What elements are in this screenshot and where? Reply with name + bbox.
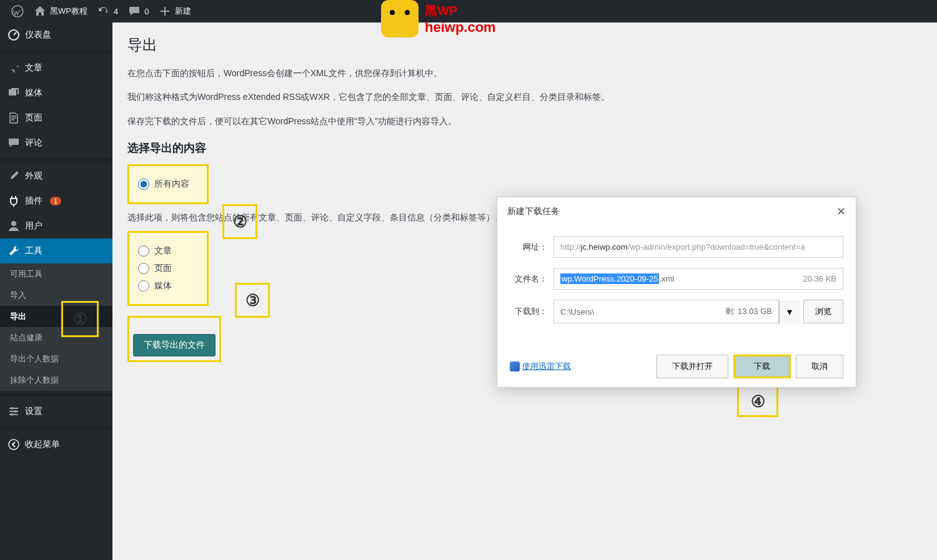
settings-icon xyxy=(7,405,20,418)
opt-media[interactable]: 媒体 xyxy=(138,280,198,292)
marker-4: ④ xyxy=(737,386,778,417)
comment-icon xyxy=(7,137,20,149)
cancel-button[interactable]: 取消 xyxy=(796,355,843,378)
comments-link[interactable]: 0 xyxy=(123,5,154,17)
xunlei-icon xyxy=(510,361,520,371)
brush-icon xyxy=(7,170,20,182)
media-icon xyxy=(7,87,20,99)
dest-label: 下载到： xyxy=(510,306,547,317)
menu-plugins[interactable]: 插件1 xyxy=(0,189,112,214)
radio-all[interactable] xyxy=(138,179,149,190)
marker-1: ① xyxy=(61,301,99,337)
updates-link[interactable]: 4 xyxy=(92,5,123,17)
watermark-line2: heiwp.com xyxy=(425,19,496,36)
menu-settings[interactable]: 设置 xyxy=(0,399,112,424)
opt-pages[interactable]: 页面 xyxy=(138,263,198,274)
field-url: 网址： http://jc.heiwp.com/wp-admin/export.… xyxy=(510,236,843,258)
pin-icon xyxy=(7,62,20,74)
svg-point-6 xyxy=(11,407,13,410)
download-button[interactable]: 下载 xyxy=(733,355,791,378)
opt-all[interactable]: 所有内容 xyxy=(138,179,198,190)
plugin-icon xyxy=(7,195,20,207)
marker-3: ③ xyxy=(235,283,270,318)
update-icon xyxy=(97,5,110,17)
menu-collapse[interactable]: 收起菜单 xyxy=(0,432,112,457)
page-title: 导出 xyxy=(127,35,922,55)
menu-posts[interactable]: 文章 xyxy=(0,56,112,81)
section-heading: 选择导出的内容 xyxy=(127,140,922,155)
plugins-badge: 1 xyxy=(50,197,61,205)
svg-point-2 xyxy=(11,221,16,226)
export-options: 所有内容 xyxy=(127,164,209,204)
intro-p2: 我们称这种格式为WordPress eXtended RSS或WXR，它包含了您… xyxy=(127,90,922,104)
wp-logo[interactable] xyxy=(6,5,29,17)
dest-dropdown[interactable]: ▾ xyxy=(779,300,800,323)
browse-button[interactable]: 浏览 xyxy=(803,300,843,323)
user-icon xyxy=(7,220,20,232)
svg-point-8 xyxy=(11,413,13,416)
free-space: 剩: 13.03 GB xyxy=(725,306,772,317)
radio-posts[interactable] xyxy=(138,245,149,257)
svg-point-7 xyxy=(14,410,17,413)
export-options-2: 文章 页面 媒体 xyxy=(127,231,209,306)
dialog-title: 新建下载任务 xyxy=(507,206,560,217)
menu-media[interactable]: 媒体 xyxy=(0,81,112,106)
name-label: 文件名： xyxy=(510,273,547,285)
dest-select[interactable]: C:\Users\剩: 13.03 GB xyxy=(553,300,779,323)
menu-comments[interactable]: 评论 xyxy=(0,130,112,155)
sub-export-personal[interactable]: 导出个人数据 xyxy=(0,348,112,370)
comment-icon xyxy=(128,5,141,17)
updates-count: 4 xyxy=(114,7,118,16)
menu-appearance[interactable]: 外观 xyxy=(0,164,112,189)
url-label: 网址： xyxy=(510,242,547,253)
comments-count: 0 xyxy=(144,7,149,16)
download-dialog: 新建下载任务 ✕ 网址： http://jc.heiwp.com/wp-admi… xyxy=(497,197,856,388)
file-size: 20.36 KB xyxy=(803,274,837,283)
home-icon xyxy=(34,5,46,17)
marker-2: ② xyxy=(222,204,257,239)
new-label: 新建 xyxy=(175,6,191,17)
page-icon xyxy=(7,112,20,124)
opt-posts[interactable]: 文章 xyxy=(138,245,198,257)
url-input[interactable]: http://jc.heiwp.com/wp-admin/export.php?… xyxy=(553,236,843,258)
download-wrap: 下载导出的文件 xyxy=(127,316,221,362)
menu-tools[interactable]: 工具 xyxy=(0,238,112,263)
xunlei-link[interactable]: 使用迅雷下载 xyxy=(510,361,571,372)
plus-icon xyxy=(159,5,171,17)
wordpress-icon xyxy=(11,5,24,17)
dialog-header: 新建下载任务 ✕ xyxy=(497,197,856,226)
admin-sidebar: 仪表盘 文章 媒体 页面 评论 外观 插件1 用户 工具 可用工具 导入 导出 … xyxy=(0,22,112,560)
menu-pages[interactable]: 页面 xyxy=(0,106,112,130)
radio-pages[interactable] xyxy=(138,263,149,274)
download-open-button[interactable]: 下载并打开 xyxy=(657,355,728,378)
watermark-icon xyxy=(381,0,419,37)
close-icon[interactable]: ✕ xyxy=(836,205,846,219)
watermark: 黑WP heiwp.com xyxy=(381,0,496,37)
watermark-line1: 黑WP xyxy=(425,2,496,19)
radio-media[interactable] xyxy=(138,280,149,292)
field-filename: 文件名： wp.WordPress.2020-09-25.xml20.36 KB xyxy=(510,268,843,290)
collapse-icon xyxy=(7,438,20,451)
wrench-icon xyxy=(7,245,20,257)
menu-users[interactable]: 用户 xyxy=(0,214,112,238)
download-export-button[interactable]: 下载导出的文件 xyxy=(133,334,216,356)
svg-point-9 xyxy=(9,440,19,449)
sub-erase-personal[interactable]: 抹除个人数据 xyxy=(0,370,112,391)
intro-p3: 保存完下载的文件后，便可以在其它WordPress站点中使用"导入"功能进行内容… xyxy=(127,114,922,128)
site-name: 黑WP教程 xyxy=(50,6,87,17)
menu-dashboard[interactable]: 仪表盘 xyxy=(0,22,112,47)
field-dest: 下载到： C:\Users\剩: 13.03 GB ▾ 浏览 xyxy=(510,300,843,323)
intro-p1: 在您点击下面的按钮后，WordPress会创建一个XML文件，供您保存到计算机中… xyxy=(127,66,922,80)
site-link[interactable]: 黑WP教程 xyxy=(29,5,92,17)
dashboard-icon xyxy=(7,29,20,41)
filename-input[interactable]: wp.WordPress.2020-09-25.xml20.36 KB xyxy=(553,268,843,290)
new-link[interactable]: 新建 xyxy=(154,5,196,17)
sub-available[interactable]: 可用工具 xyxy=(0,263,112,285)
